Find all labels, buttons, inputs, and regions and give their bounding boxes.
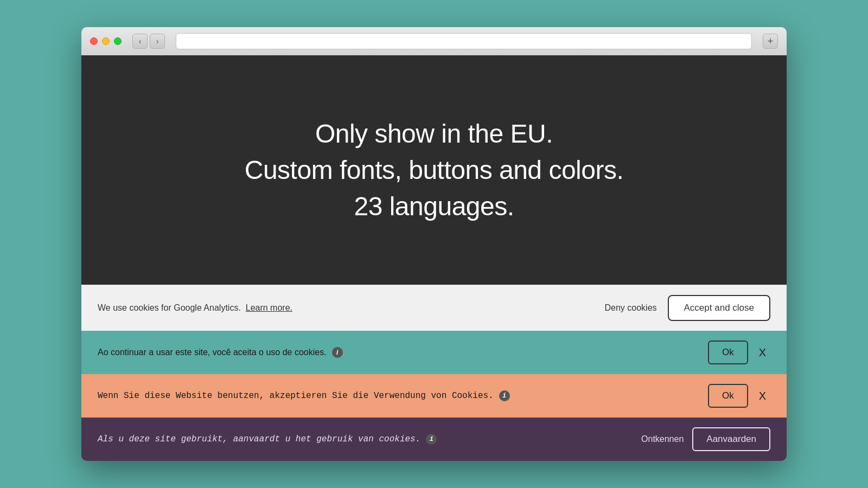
cookie-bar-3-message: Wenn Sie diese Website benutzen, akzepti… <box>98 391 494 401</box>
cookie-bar-dutch: Als u deze site gebruikt, aanvaardt u he… <box>81 418 787 461</box>
hero-line1: Only show in the EU. <box>245 115 624 152</box>
cookie-bar-1-message: We use cookies for Google Analytics. <box>98 303 241 312</box>
back-icon: ‹ <box>139 37 142 46</box>
learn-more-link[interactable]: Learn more. <box>246 303 292 312</box>
hero-line2: Custom fonts, buttons and colors. <box>245 152 624 188</box>
cookie-bar-1-text: We use cookies for Google Analytics. Lea… <box>98 303 604 313</box>
new-tab-icon: + <box>768 36 774 47</box>
cookie-bar-3-text: Wenn Sie diese Website benutzen, akzepti… <box>98 390 708 401</box>
maximize-traffic-light[interactable] <box>114 37 122 45</box>
new-tab-button[interactable]: + <box>763 34 778 49</box>
info-icon-3[interactable]: i <box>499 390 510 401</box>
cookie-bar-2-message: Ao continuar a usar este site, você acei… <box>98 348 327 357</box>
minimize-traffic-light[interactable] <box>102 37 110 45</box>
ok-button-2[interactable]: Ok <box>708 341 748 364</box>
cookie-bar-english: We use cookies for Google Analytics. Lea… <box>81 285 787 331</box>
ontkennen-button[interactable]: Ontkennen <box>641 434 684 444</box>
hero-section: Only show in the EU. Custom fonts, butto… <box>81 55 787 285</box>
hero-text: Only show in the EU. Custom fonts, butto… <box>245 115 624 225</box>
close-button-2[interactable]: X <box>755 346 770 359</box>
info-icon-2[interactable]: i <box>332 347 343 358</box>
cookie-bar-german: Wenn Sie diese Website benutzen, akzepti… <box>81 374 787 418</box>
cookie-bar-1-actions: Deny cookies Accept and close <box>604 295 770 321</box>
info-icon-4[interactable]: i <box>426 434 437 445</box>
url-bar[interactable] <box>176 33 752 49</box>
browser-content: Only show in the EU. Custom fonts, butto… <box>81 55 787 461</box>
browser-chrome: ‹ › + <box>81 27 787 55</box>
forward-icon: › <box>156 37 159 46</box>
browser-window: ‹ › + Only show in the EU. Custom fonts,… <box>81 27 787 461</box>
cookie-bar-portuguese: Ao continuar a usar este site, você acei… <box>81 331 787 374</box>
close-button-3[interactable]: X <box>755 390 770 402</box>
aanvaarden-button[interactable]: Aanvaarden <box>692 427 770 451</box>
cookie-bar-4-message: Als u deze site gebruikt, aanvaardt u he… <box>98 434 420 444</box>
close-traffic-light[interactable] <box>90 37 98 45</box>
hero-line3: 23 languages. <box>245 188 624 224</box>
back-button[interactable]: ‹ <box>132 34 148 49</box>
cookie-bar-4-text: Als u deze site gebruikt, aanvaardt u he… <box>98 434 641 445</box>
accept-and-close-button[interactable]: Accept and close <box>668 295 770 321</box>
cookie-bars: We use cookies for Google Analytics. Lea… <box>81 285 787 461</box>
deny-cookies-button[interactable]: Deny cookies <box>604 303 656 313</box>
ok-button-3[interactable]: Ok <box>708 384 748 408</box>
traffic-lights <box>90 37 122 45</box>
nav-buttons: ‹ › <box>132 34 165 49</box>
forward-button[interactable]: › <box>150 34 165 49</box>
cookie-bar-2-text: Ao continuar a usar este site, você acei… <box>98 347 708 358</box>
